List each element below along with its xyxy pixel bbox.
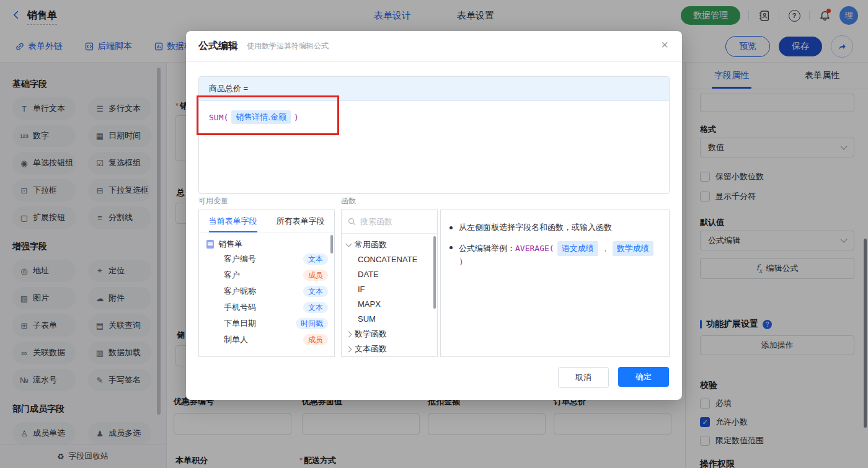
search-icon [348, 218, 356, 226]
window-scrollbar[interactable] [864, 239, 867, 428]
field-type-tag: 文本 [303, 286, 328, 297]
bullet-icon [450, 246, 453, 249]
field-type-tag: 文本 [303, 302, 328, 313]
group-text-functions[interactable]: 文本函数 [342, 342, 437, 356]
help-text-2: 公式编辑举例： AVERAGE( 语文成绩 ， 数学成绩 ) [459, 241, 660, 268]
chevron-right-icon [346, 346, 352, 352]
function-item-mapx[interactable]: MAPX [342, 297, 437, 312]
cancel-button[interactable]: 取消 [558, 367, 609, 388]
tab-current-form-fields[interactable]: 当前表单字段 [209, 216, 257, 227]
example-chip: 语文成绩 [557, 241, 598, 256]
close-icon[interactable]: × [661, 38, 668, 51]
functions-scrollbar[interactable] [433, 236, 436, 309]
paren-token: ) [294, 113, 299, 122]
field-type-tag: 成员 [303, 270, 328, 281]
search-placeholder: 搜索函数 [360, 216, 392, 227]
variable-row[interactable]: 客户成员 [199, 267, 334, 283]
variable-row[interactable]: 手机号码文本 [199, 299, 334, 316]
function-item-if[interactable]: IF [342, 282, 437, 297]
functions-label: 函数 [341, 196, 356, 206]
chevron-down-icon [346, 241, 352, 247]
variables-panel: 当前表单字段 所有表单字段 销售单 客户编号文本 客户成员 客户昵称文本 手机号… [198, 210, 335, 357]
variable-row[interactable]: 客户编号文本 [199, 251, 334, 267]
functions-panel: 搜索函数 常用函数 CONCATENATE DATE IF MAPX SUM 数… [341, 210, 438, 357]
variables-label: 可用变量 [198, 196, 228, 206]
group-common-functions[interactable]: 常用函数 [342, 237, 437, 252]
app-window: 销售单 表单设计 表单设置 数据管理 ? 理 [0, 0, 868, 468]
tab-all-form-fields[interactable]: 所有表单字段 [277, 216, 325, 227]
variables-scrollbar[interactable] [330, 235, 333, 254]
field-type-tag: 文本 [303, 254, 328, 265]
form-doc-icon [206, 240, 214, 249]
formula-expression[interactable]: SUM( 销售详情.金额 ) [199, 101, 669, 133]
function-item-date[interactable]: DATE [342, 267, 437, 282]
field-type-tag: 时间戳 [296, 318, 328, 329]
example-chip: 数学成绩 [613, 241, 653, 256]
formula-target: 商品总价 = [199, 77, 669, 101]
function-item-concatenate[interactable]: CONCATENATE [342, 252, 437, 267]
variable-row[interactable]: 制单人成员 [199, 332, 334, 348]
help-panel: 从左侧面板选择字段名和函数，或输入函数 公式编辑举例： AVERAGE( 语文成… [440, 210, 670, 357]
function-token: SUM( [209, 113, 228, 122]
variable-row[interactable]: 客户昵称文本 [199, 283, 334, 299]
paren-token: ) [459, 256, 464, 268]
variable-row[interactable]: 下单日期时间戳 [199, 316, 334, 332]
function-token: AVERAGE( [515, 242, 554, 255]
function-search-input[interactable]: 搜索函数 [342, 210, 437, 234]
function-item-sum[interactable]: SUM [342, 312, 437, 327]
confirm-button[interactable]: 确定 [618, 367, 669, 387]
field-type-tag: 成员 [303, 334, 328, 345]
modal-subtitle: 使用数学运算符编辑公式 [247, 41, 329, 51]
formula-edit-modal: 公式编辑 使用数学运算符编辑公式 × 商品总价 = SUM( 销售详情.金额 )… [186, 31, 682, 400]
modal-title: 公式编辑 [198, 40, 238, 53]
group-math-functions[interactable]: 数学函数 [342, 327, 437, 342]
chevron-right-icon [346, 331, 352, 337]
form-tree-root[interactable]: 销售单 [199, 232, 334, 251]
bullet-icon [450, 226, 453, 229]
formula-editor[interactable]: 商品总价 = SUM( 销售详情.金额 ) [198, 76, 670, 194]
field-chip[interactable]: 销售详情.金额 [231, 110, 291, 124]
help-text-1: 从左侧面板选择字段名和函数，或输入函数 [459, 221, 612, 234]
